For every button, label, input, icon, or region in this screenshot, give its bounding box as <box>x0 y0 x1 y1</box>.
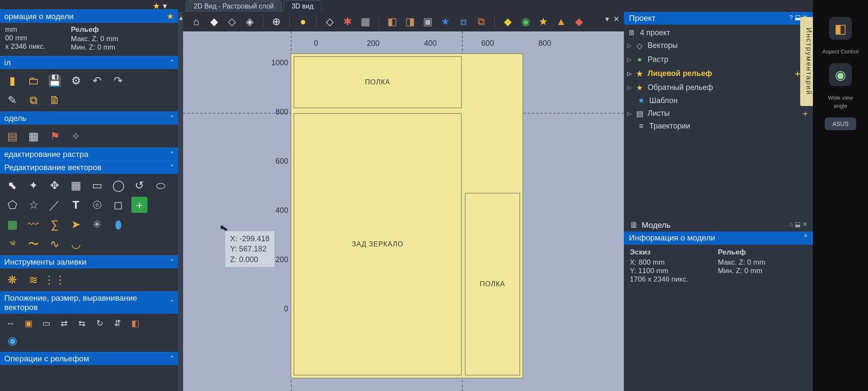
text-tool-icon[interactable]: T <box>68 197 84 213</box>
pyramid-icon[interactable]: ▲ <box>554 14 568 29</box>
part-polka-top[interactable]: ПОЛКА <box>294 56 462 108</box>
close-view-icon[interactable]: ✕ <box>613 14 620 24</box>
settings-gear-icon[interactable]: ⚙ <box>68 73 84 89</box>
mesh-icon[interactable]: ▦ <box>68 177 84 193</box>
new-file-icon[interactable]: ▮ <box>4 73 20 89</box>
vectors-section-header[interactable]: Редактирование векторов ˄ <box>0 161 178 174</box>
align7-icon[interactable]: ⇵ <box>111 317 124 329</box>
resize-icon[interactable]: ▤ <box>4 128 20 144</box>
measure-icon[interactable]: ⦾ <box>89 197 105 213</box>
align8-icon[interactable]: ◧ <box>129 317 142 329</box>
star-yellow-icon[interactable]: ★ <box>536 14 551 29</box>
relief-ops-header[interactable]: Операции с рельефом ˄ <box>0 352 178 365</box>
project-header[interactable]: Проект ? ⬓ ✕ <box>624 12 813 25</box>
expand-icon[interactable]: ▷ <box>627 70 632 77</box>
drawing-canvas[interactable]: 0 200 400 600 800 1000 800 600 400 200 0… <box>183 31 624 391</box>
dot-green-icon[interactable]: ◉ <box>518 14 533 29</box>
grid-icon[interactable]: ▦ <box>25 128 42 144</box>
add-icon[interactable]: ＋ <box>801 108 809 119</box>
layer-icon[interactable]: ◇ <box>323 14 337 29</box>
expand-icon[interactable]: ▷ <box>627 42 632 49</box>
light-icon[interactable]: ● <box>296 14 310 29</box>
axes-icon[interactable]: ✱ <box>340 14 355 29</box>
raster-section-header[interactable]: едактирование растра ˄ <box>0 148 178 161</box>
copy-icon[interactable]: ⧉ <box>25 92 42 108</box>
diamond-yellow-icon[interactable]: ◆ <box>501 14 515 29</box>
cube-wire2-icon[interactable]: ◈ <box>242 14 257 29</box>
tree-item-sheets[interactable]: ▷ ▤ Листы ＋ <box>626 106 810 120</box>
trim-icon[interactable]: ◻ <box>110 197 126 213</box>
arc-icon[interactable]: ↺ <box>131 177 147 193</box>
ellipse-icon[interactable]: ⬭ <box>153 177 169 193</box>
fill-section-header[interactable]: Инструменты заливки ˄ <box>0 255 178 268</box>
rectangle-icon[interactable]: ▭ <box>89 177 105 193</box>
spiral-icon[interactable]: ༄ <box>4 236 20 252</box>
layers-icon[interactable]: ⧈ <box>456 14 470 29</box>
open-folder-icon[interactable]: 🗀 <box>25 73 42 89</box>
save-icon[interactable]: 💾 <box>47 73 63 89</box>
file-section-header[interactable]: іл ˄ <box>0 56 178 69</box>
cube-wire-icon[interactable]: ◇ <box>225 14 239 29</box>
curve4-icon[interactable]: ◡ <box>68 236 84 252</box>
star-tool-icon[interactable]: ☆ <box>25 197 42 213</box>
star2-icon[interactable]: ★ <box>438 14 453 29</box>
tab-3d-view[interactable]: 3D вид <box>284 0 322 12</box>
add-icon[interactable]: ＋ <box>131 197 147 213</box>
tree-item-back-relief[interactable]: ▷ ★ Обратный рельеф ＋ <box>626 81 810 95</box>
expand-icon[interactable]: ▷ <box>627 110 632 117</box>
compass-icon[interactable]: ✎ <box>4 92 20 108</box>
t3-icon[interactable]: ▣ <box>420 14 435 29</box>
grid2-icon[interactable]: ▦ <box>358 14 373 29</box>
tree-item-vectors[interactable]: ▷ ◇ Векторы ＋ <box>626 39 810 53</box>
tree-item-front-relief[interactable]: ▷ ★ Лицевой рельеф ＋⋮ <box>626 67 810 81</box>
fill2-icon[interactable]: ≋ <box>25 272 42 288</box>
circle-icon[interactable]: ◯ <box>110 177 126 193</box>
globe-icon[interactable]: ◉ <box>4 332 20 349</box>
tree-item-toolpaths[interactable]: ≡ Траектории <box>626 120 810 132</box>
curve3-icon[interactable]: ∿ <box>47 236 63 252</box>
curve2-icon[interactable]: ∑ <box>47 216 63 232</box>
model-section-header[interactable]: одель ˄ <box>0 112 178 125</box>
t2-icon[interactable]: ◨ <box>403 14 417 29</box>
position-section-header[interactable]: Положение, размер, выравнивание векторов… <box>0 291 178 314</box>
model-tab[interactable]: 🗎 Модель ⌂ ⬓ ✕ <box>624 219 813 232</box>
node-edit-icon[interactable]: ✦ <box>25 177 42 193</box>
redo-icon[interactable]: ↷ <box>110 73 126 89</box>
align1-icon[interactable]: ↔ <box>4 317 17 329</box>
expand-icon[interactable]: ▷ <box>627 84 632 91</box>
undo-icon[interactable]: ↶ <box>89 73 105 89</box>
pointer-icon[interactable]: ⬉ <box>4 177 20 193</box>
axe-icon[interactable]: ⚑ <box>47 128 63 144</box>
align3-icon[interactable]: ▭ <box>40 317 53 329</box>
align6-icon[interactable]: ↻ <box>93 317 106 329</box>
align5-icon[interactable]: ⇆ <box>75 317 88 329</box>
expand-icon[interactable]: ▷ <box>627 56 632 63</box>
cube-solid-icon[interactable]: ◆ <box>207 14 221 29</box>
wave-icon[interactable]: 〜 <box>25 236 42 252</box>
diamond-red-icon[interactable]: ◆ <box>572 14 586 29</box>
line-icon[interactable]: ／ <box>47 197 63 213</box>
model-info-header2[interactable]: Информация о модели ˄ <box>624 232 813 245</box>
minimize-icon[interactable]: ▾ <box>605 14 609 24</box>
import-icon[interactable]: 🗎 <box>47 92 63 108</box>
toolbox-vertical-tab[interactable]: Инструментарий <box>800 17 813 106</box>
fill3-icon[interactable]: ⋮⋮ <box>47 272 63 288</box>
arrow-icon[interactable]: ➤ <box>68 216 84 232</box>
t1-icon[interactable]: ◧ <box>385 14 399 29</box>
align2-icon[interactable]: ▣ <box>22 317 35 329</box>
zoom-icon[interactable]: ⊕ <box>269 14 284 29</box>
layers2-icon[interactable]: ⧉ <box>474 14 488 29</box>
paint-icon[interactable]: ⬮ <box>110 216 126 232</box>
polygon-icon[interactable]: ⬠ <box>4 197 20 213</box>
nest-icon[interactable]: ▦ <box>4 216 20 232</box>
tree-root[interactable]: 🗎 4 проект <box>626 27 810 39</box>
model-info-header[interactable]: ормация о модели ★ <box>0 9 178 23</box>
tree-item-template[interactable]: ★ Шаблон <box>626 95 810 106</box>
part-polka-right[interactable]: ПОЛКА <box>465 193 520 375</box>
align4-icon[interactable]: ⇄ <box>58 317 70 329</box>
tree-item-raster[interactable]: ▷ ● Растр ＋ <box>626 53 810 67</box>
fill1-icon[interactable]: ❋ <box>4 272 20 288</box>
move-icon[interactable]: ✥ <box>47 177 63 193</box>
curve1-icon[interactable]: 〰 <box>25 216 42 232</box>
star-outline-icon[interactable]: ✧ <box>68 128 84 144</box>
